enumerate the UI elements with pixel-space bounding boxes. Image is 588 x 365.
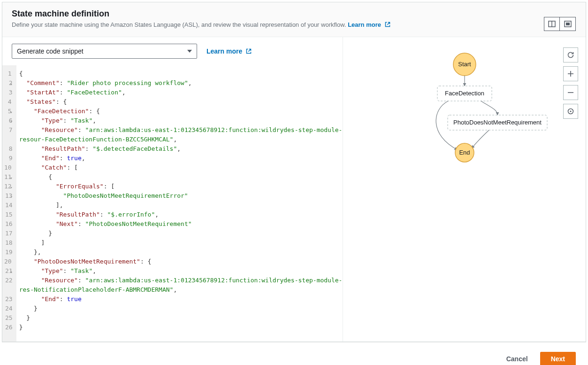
line-number: 1 (4, 69, 13, 78)
line-number: 18 (4, 238, 13, 248)
code-column: Generate code snippet Learn more 1234567… (2, 37, 343, 342)
code-line[interactable]: "PhotoDoesNotMeetRequirement": { (19, 257, 343, 266)
minus-icon (567, 89, 574, 96)
code-line[interactable]: "Comment": "Rider photo processing workf… (19, 78, 343, 88)
line-number: 5 (4, 107, 13, 116)
code-line[interactable]: { (19, 172, 343, 182)
line-number: 23 (4, 295, 13, 304)
code-line[interactable]: "StartAt": "FaceDetection", (19, 88, 343, 97)
graph-controls (563, 47, 578, 119)
state-machine-panel: State machine definition Define your sta… (2, 2, 586, 342)
line-number: 3 (4, 88, 13, 97)
layout-split-icon (548, 21, 556, 27)
node-start-label: Start (458, 61, 471, 68)
code-line[interactable]: "Type": "Task", (19, 266, 343, 276)
external-link-icon (385, 22, 390, 27)
line-number: 8 (4, 144, 13, 154)
editor-code[interactable]: { "Comment": "Rider photo processing wor… (16, 65, 343, 342)
workflow-diagram[interactable]: Start FaceDetection PhotoDoesNotMeetRequ… (380, 48, 549, 189)
code-editor[interactable]: 1234567891011121314151617181920212223242… (2, 65, 343, 342)
code-line[interactable]: "States": { (19, 97, 343, 107)
line-number: 15 (4, 210, 13, 219)
code-line[interactable]: "PhotoDoesNotMeetRequirementError" (19, 191, 343, 201)
line-number: 14 (4, 201, 13, 210)
target-icon (567, 108, 574, 115)
editor-gutter: 1234567891011121314151617181920212223242… (2, 65, 16, 342)
code-line[interactable]: ] (19, 238, 343, 248)
page-subtitle: Define your state machine using the Amaz… (12, 21, 576, 29)
layout-split-button[interactable] (544, 17, 560, 31)
line-number: 20 (4, 257, 13, 266)
line-number: 16 (4, 219, 13, 229)
code-line[interactable]: "ResultPath": "$.errorInfo", (19, 210, 343, 219)
code-line[interactable]: "FaceDetection": { (19, 107, 343, 116)
line-number: 4 (4, 97, 13, 107)
zoom-out-button[interactable] (563, 85, 578, 100)
svg-point-5 (570, 111, 571, 112)
next-button[interactable]: Next (540, 352, 576, 365)
chevron-down-icon (187, 50, 192, 53)
line-number: 25 (4, 313, 13, 323)
code-toolbar: Generate code snippet Learn more (2, 37, 343, 65)
dropdown-label: Generate code snippet (17, 47, 84, 55)
external-link-icon (246, 48, 252, 54)
line-number: 6 (4, 116, 13, 125)
code-line[interactable]: { (19, 69, 343, 78)
content-row: Generate code snippet Learn more 1234567… (2, 37, 586, 342)
code-line[interactable]: "End": true (19, 295, 343, 304)
center-button[interactable] (563, 104, 578, 119)
line-number: 7 (4, 125, 13, 135)
code-line[interactable]: "Resource": "arn:aws:lambda:us-east-1:01… (19, 125, 343, 135)
code-line[interactable]: } (19, 304, 343, 313)
line-number (4, 135, 13, 144)
code-line[interactable]: "Next": "PhotoDoesNotMeetRequirement" (19, 219, 343, 229)
line-number: 24 (4, 304, 13, 313)
line-number: 17 (4, 229, 13, 238)
code-line[interactable]: } (19, 323, 343, 332)
node-facedetection-label: FaceDetection (445, 90, 484, 97)
layout-full-icon (564, 21, 572, 27)
line-number: 10 (4, 163, 13, 172)
generate-snippet-dropdown[interactable]: Generate code snippet (12, 44, 197, 59)
code-line[interactable]: "ErrorEquals": [ (19, 182, 343, 191)
zoom-in-button[interactable] (563, 66, 578, 81)
panel-header: State machine definition Define your sta… (2, 2, 586, 37)
code-line[interactable]: "Catch": [ (19, 163, 343, 172)
layout-toggle-group (544, 17, 576, 31)
refresh-icon (567, 51, 574, 59)
page-title: State machine definition (12, 9, 576, 19)
learn-more-link[interactable]: Learn more (348, 21, 390, 28)
plus-icon (567, 70, 574, 77)
node-end-label: End (459, 149, 470, 156)
refresh-button[interactable] (563, 47, 578, 62)
code-line[interactable]: resour-FaceDetectionFunction-BZCC5GHKMCA… (19, 135, 343, 144)
diagram-column: Start FaceDetection PhotoDoesNotMeetRequ… (343, 37, 586, 342)
line-number: 2 (4, 78, 13, 88)
code-line[interactable]: }, (19, 248, 343, 257)
line-number: 19 (4, 248, 13, 257)
code-line[interactable]: "End": true, (19, 154, 343, 163)
line-number (4, 285, 13, 295)
code-learn-more-link[interactable]: Learn more (206, 47, 252, 55)
code-line[interactable]: } (19, 313, 343, 323)
line-number: 26 (4, 323, 13, 332)
line-number: 13 (4, 191, 13, 201)
code-line[interactable]: res-NotificationPlaceholderF-ABMRCMDERMA… (19, 285, 343, 295)
line-number: 11 (4, 172, 13, 182)
line-number: 12 (4, 182, 13, 191)
node-notmeet-label: PhotoDoesNotMeetRequirement (453, 119, 542, 126)
subtitle-text: Define your state machine using the Amaz… (12, 21, 348, 28)
code-line[interactable]: "Type": "Task", (19, 116, 343, 125)
line-number: 21 (4, 266, 13, 276)
code-line[interactable]: } (19, 229, 343, 238)
cancel-button[interactable]: Cancel (502, 351, 533, 365)
code-line[interactable]: "Resource": "arn:aws:lambda:us-east-1:01… (19, 276, 343, 285)
code-line[interactable]: ], (19, 201, 343, 210)
svg-rect-3 (566, 23, 570, 25)
footer-actions: Cancel Next (2, 344, 586, 365)
line-number: 22 (4, 276, 13, 285)
layout-full-button[interactable] (560, 17, 576, 31)
code-line[interactable]: "ResultPath": "$.detectedFaceDetails", (19, 144, 343, 154)
line-number: 9 (4, 154, 13, 163)
